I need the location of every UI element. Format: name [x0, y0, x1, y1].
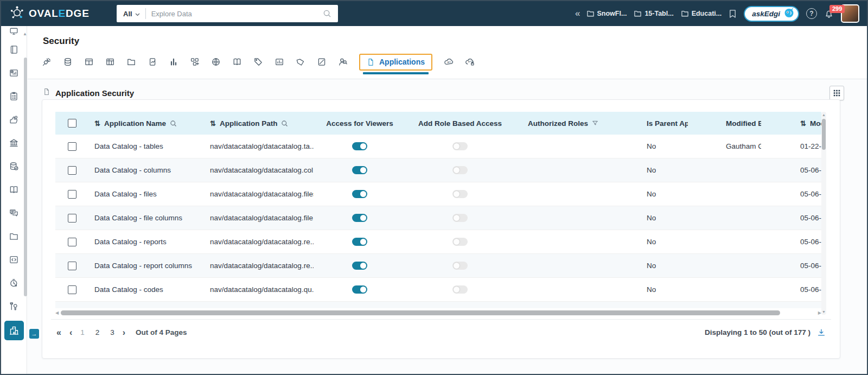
first-page-button[interactable]: «	[56, 328, 61, 338]
access-for-viewers-toggle[interactable]	[352, 285, 367, 294]
sidebar-item-checklist-icon[interactable]	[2, 85, 25, 108]
h-scroll-thumb[interactable]	[61, 310, 780, 315]
tab-report-visuals-icon[interactable]	[275, 57, 284, 67]
download-icon[interactable]	[817, 328, 826, 337]
notifications-bell[interactable]: 299	[824, 9, 834, 19]
page-number-2[interactable]: 2	[95, 328, 100, 336]
add-role-based-access-toggle[interactable]	[452, 142, 468, 150]
sidebar-item-certification-icon[interactable]	[2, 108, 25, 131]
row-checkbox[interactable]	[68, 238, 76, 246]
tab-cloud-api-lock-icon[interactable]: API	[465, 57, 475, 67]
tab-users-icon[interactable]	[338, 57, 348, 67]
sidebar-item-scheduler-icon[interactable]	[2, 271, 25, 295]
scroll-right-icon[interactable]: ▶	[817, 310, 821, 315]
application-name-value[interactable]: Data Catalog - files	[94, 190, 157, 198]
recent-item[interactable]: Educati...	[681, 10, 722, 17]
sidebar-item-projects-icon[interactable]	[2, 225, 25, 248]
application-name-value[interactable]: Data Catalog - columns	[94, 166, 171, 174]
scroll-up-icon[interactable]: ▲	[821, 113, 826, 117]
page-number-1[interactable]: 1	[80, 328, 85, 336]
row-checkbox[interactable]	[68, 262, 76, 270]
sidebar-scrollbar[interactable]: ▲	[24, 30, 27, 374]
row-checkbox[interactable]	[68, 190, 76, 199]
access-for-viewers-toggle[interactable]	[352, 166, 367, 174]
horizontal-scrollbar[interactable]: ◀ ▶	[55, 310, 821, 316]
row-checkbox[interactable]	[68, 166, 76, 175]
tab-file-reports-icon[interactable]	[148, 57, 157, 67]
add-role-based-access-toggle[interactable]	[452, 166, 468, 174]
search-input[interactable]	[146, 10, 323, 18]
access-for-viewers-toggle[interactable]	[352, 262, 367, 270]
tab-cloud-api-icon[interactable]: API	[444, 57, 454, 67]
sidebar-item-security-icon[interactable]	[4, 321, 24, 340]
access-for-viewers-toggle[interactable]	[352, 214, 367, 222]
tab-labels-icon[interactable]	[296, 57, 305, 67]
help-icon[interactable]: ?	[806, 8, 817, 19]
recent-item[interactable]: 15-Tabl...	[634, 10, 673, 17]
tab-glossary-icon[interactable]	[232, 57, 242, 67]
tab-table-columns-icon[interactable]	[105, 57, 115, 67]
row-checkbox[interactable]	[68, 285, 76, 294]
application-name-value[interactable]: Data Catalog - reports	[94, 238, 167, 246]
row-checkbox[interactable]	[68, 142, 76, 151]
add-role-based-access-toggle[interactable]	[452, 285, 468, 294]
scroll-down-icon[interactable]: ▼	[821, 310, 826, 314]
application-name-value[interactable]: Data Catalog - codes	[94, 285, 163, 294]
tab-applications[interactable]: Applications	[359, 54, 432, 71]
column-header-application-path: Application Path	[220, 119, 278, 128]
sidebar-item-governance-icon[interactable]	[2, 131, 25, 155]
access-for-viewers-toggle[interactable]	[352, 238, 367, 246]
application-name-value[interactable]: Data Catalog - file columns	[94, 214, 182, 222]
add-role-based-access-toggle[interactable]	[452, 262, 468, 270]
application-name-value[interactable]: Data Catalog - tables	[94, 142, 163, 150]
row-checkbox[interactable]	[68, 214, 76, 223]
application-name-value[interactable]: Data Catalog - report columns	[94, 262, 192, 270]
tab-files-icon[interactable]	[126, 57, 136, 67]
sidebar-item-notebook-icon[interactable]	[2, 38, 25, 61]
collapse-recents-icon[interactable]: «	[575, 8, 580, 19]
bookmark-icon[interactable]	[729, 9, 737, 18]
sidebar-expand-button[interactable]: →	[29, 329, 39, 339]
sidebar-item-monitor-icon[interactable]	[2, 26, 25, 35]
scroll-up-icon[interactable]: ▲	[23, 31, 27, 36]
askedgi-button[interactable]: askEdgi	[744, 6, 799, 22]
previous-page-button[interactable]: ‹	[69, 328, 72, 338]
access-for-viewers-toggle[interactable]	[352, 190, 367, 198]
v-scroll-thumb[interactable]	[822, 119, 826, 150]
vertical-scrollbar[interactable]: ▲ ▼	[821, 112, 826, 315]
column-filter-icon[interactable]	[592, 120, 598, 126]
grid-view-button[interactable]	[829, 86, 844, 100]
add-role-based-access-toggle[interactable]	[452, 238, 468, 246]
search-icon[interactable]	[323, 9, 331, 18]
tab-tables-icon[interactable]	[84, 57, 94, 67]
tab-databases-icon[interactable]	[63, 57, 73, 67]
search-scope-dropdown[interactable]: All	[117, 10, 145, 18]
add-role-based-access-toggle[interactable]	[452, 190, 468, 198]
sidebar-item-collaboration-icon[interactable]	[2, 201, 25, 225]
tab-connectors-icon[interactable]	[42, 57, 52, 67]
tab-schemas-icon[interactable]	[190, 57, 200, 67]
column-search-icon[interactable]	[170, 120, 177, 127]
page-number-3[interactable]: 3	[110, 328, 114, 336]
sidebar-item-data-quality-icon[interactable]	[2, 155, 25, 178]
tab-reports-icon[interactable]	[169, 57, 178, 67]
sidebar-scroll-thumb[interactable]	[24, 58, 27, 296]
tab-domains-icon[interactable]	[211, 57, 221, 67]
sort-icon[interactable]: ⇅	[94, 119, 100, 128]
tab-tags-icon[interactable]	[253, 57, 263, 67]
modified-date-value: 05-06-2	[800, 166, 821, 174]
sidebar-item-glossary-icon[interactable]	[2, 178, 25, 201]
add-role-based-access-toggle[interactable]	[452, 214, 468, 222]
select-all-checkbox[interactable]	[68, 119, 76, 128]
sort-icon[interactable]: ⇅	[800, 119, 806, 128]
column-search-icon[interactable]	[281, 120, 288, 127]
sidebar-item-tools-icon[interactable]	[2, 295, 25, 318]
sidebar-item-query-builder-icon[interactable]	[2, 248, 25, 271]
next-page-button[interactable]: ›	[123, 328, 125, 338]
tab-notes-icon[interactable]	[317, 57, 327, 67]
sort-icon[interactable]: ⇅	[210, 119, 216, 128]
scroll-left-icon[interactable]: ◀	[55, 310, 60, 315]
recent-item[interactable]: SnowFl...	[586, 10, 627, 17]
access-for-viewers-toggle[interactable]	[352, 142, 367, 150]
sidebar-item-report-schedule-icon[interactable]	[2, 61, 25, 85]
